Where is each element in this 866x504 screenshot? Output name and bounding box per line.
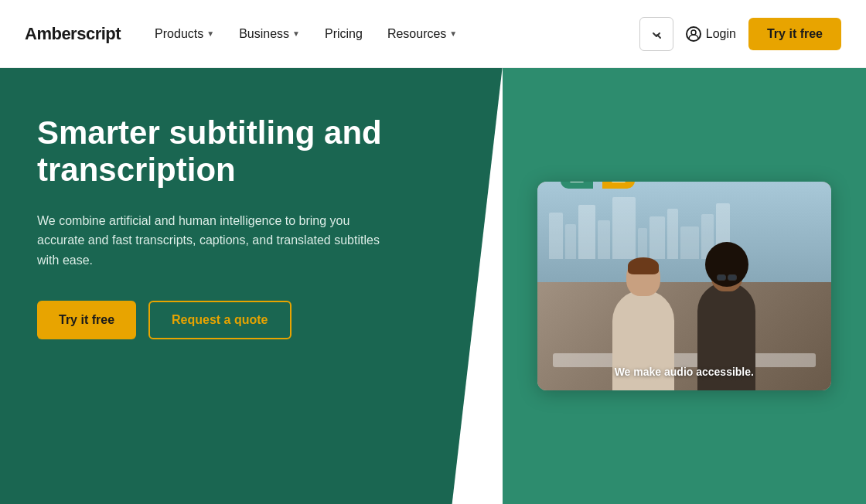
hero-card: We make audio accessible.: [537, 182, 831, 390]
nav-pricing[interactable]: Pricing: [315, 21, 372, 47]
nav-pricing-label: Pricing: [325, 27, 363, 41]
hero-buttons: Try it free Request a quote: [37, 301, 465, 339]
logo[interactable]: Amberscript: [25, 24, 121, 44]
bubble-green: [561, 182, 593, 189]
building: [680, 226, 699, 259]
nav-business[interactable]: Business ▼: [230, 21, 309, 47]
speech-bubbles: [561, 182, 635, 189]
hero-try-free-button[interactable]: Try it free: [37, 301, 136, 339]
card-caption: We make audio accessible.: [537, 366, 831, 378]
main-nav: Products ▼ Business ▼ Pricing Resources …: [145, 17, 673, 51]
chevron-down-icon: ▼: [206, 29, 214, 38]
building: [612, 197, 636, 259]
nav-right: Login Try it free: [686, 18, 841, 50]
nav-resources-label: Resources: [387, 27, 446, 41]
hero-title: Smarter subtitling and transcription: [37, 114, 408, 189]
chevron-down-icon: ▼: [292, 29, 300, 38]
hero-left: Smarter subtitling and transcription We …: [0, 68, 503, 504]
building: [549, 213, 563, 259]
nav-products[interactable]: Products ▼: [145, 21, 223, 47]
header: Amberscript Products ▼ Business ▼ Pricin…: [0, 0, 866, 68]
search-button[interactable]: [639, 17, 673, 51]
building: [565, 224, 576, 259]
building: [598, 220, 610, 259]
login-label: Login: [706, 27, 736, 41]
svg-point-0: [691, 30, 696, 35]
nav-resources[interactable]: Resources ▼: [378, 21, 466, 47]
hero-right: We make audio accessible.: [503, 68, 866, 504]
hero-section: Smarter subtitling and transcription We …: [0, 68, 866, 504]
hero-description: We combine artificial and human intellig…: [37, 211, 393, 271]
hair: [628, 257, 659, 274]
header-try-free-button[interactable]: Try it free: [748, 18, 841, 50]
building: [578, 205, 595, 259]
card-image: We make audio accessible.: [537, 182, 831, 390]
person-head: [626, 257, 660, 296]
chevron-down-icon: [650, 27, 663, 41]
bubble-line: [570, 182, 584, 182]
bubble-yellow: [602, 182, 635, 189]
bubble-line: [612, 182, 626, 182]
login-button[interactable]: Login: [686, 26, 736, 42]
glasses: [717, 274, 737, 281]
hero-request-quote-button[interactable]: Request a quote: [148, 301, 291, 339]
nav-business-label: Business: [239, 27, 289, 41]
chevron-down-icon: ▼: [449, 29, 457, 38]
nav-products-label: Products: [155, 27, 203, 41]
user-icon: [686, 26, 701, 42]
